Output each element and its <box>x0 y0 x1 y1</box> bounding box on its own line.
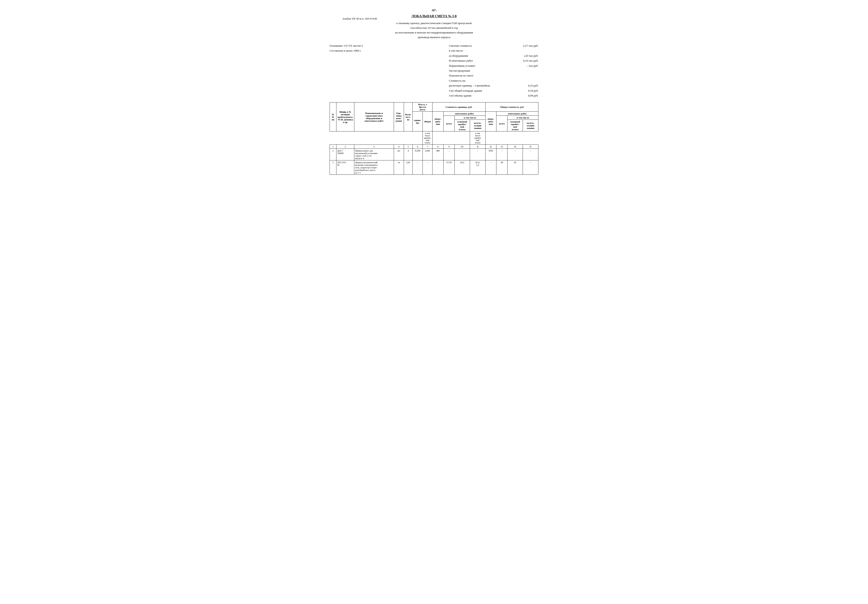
col-mash-total-header: эксплу-атациимашин <box>523 120 538 132</box>
col-qty-header: Коли-чест-во <box>404 102 412 132</box>
col-cost-equip-header: обору-дова-ния <box>432 112 443 132</box>
main-table: №№пп Шифр и №позицийпрейскуранта,УСН, це… <box>330 102 538 175</box>
col-mass-unit-header: едини-цы <box>413 112 423 132</box>
row1-total-mount: – <box>496 149 507 160</box>
row2-name: Привод механический,включая электродвига… <box>354 160 394 175</box>
album-label: Альбом VII ЧI т.п. 503-9-9.85 <box>343 17 377 20</box>
per-m3-value: 0,09 руб. <box>528 93 538 98</box>
col-zarab-total-header: основнойзаработ-нойплаты <box>507 120 523 132</box>
per-m2-label: I м2 общей площади здания <box>449 88 524 93</box>
col-mass-header: Масса, тбруттонетто <box>413 102 432 112</box>
col-n-6: 6 <box>413 145 423 149</box>
col-mash-header: эксплу-атациимашин <box>470 120 485 132</box>
col-n-7: 7 <box>423 145 432 149</box>
col-unit-cost-header: Стоимость единицы, руб. <box>432 102 485 112</box>
mount-label: б) монтажных работ <box>449 58 519 63</box>
row1-cost-mash: – <box>470 149 485 160</box>
row2-cost-equip: – <box>432 160 443 175</box>
col-n-5: 5 <box>404 145 412 149</box>
per-car-label: расчетную единицу – I автомобиль <box>449 83 524 88</box>
cost-label: Сметная стоимость <box>449 43 519 48</box>
col-total-mount-incl-header: в том числе <box>507 116 538 120</box>
indicators-label: Показатели по смете <box>449 73 534 78</box>
col-n-4: 4 <box>394 145 404 149</box>
col-mass-total-header: общая <box>423 112 432 132</box>
subtitle-4: производственного корпуса <box>330 36 538 39</box>
equip-label: а) оборудования <box>449 53 520 58</box>
col-n-15: I5 <box>523 145 538 149</box>
row1-code: Доп.729I00I <box>336 149 354 160</box>
row2-cost-zarab: 43,5 <box>454 160 470 175</box>
row2-total-mash: – <box>523 160 538 175</box>
row2-total-mount: 60 <box>496 160 507 175</box>
row2-num: 2 <box>330 160 336 175</box>
table-row-2: 2 П25-555-0I Привод механический,включая… <box>330 160 538 175</box>
row2-mass-total: – <box>423 160 432 175</box>
including-label: в том числе: <box>449 48 534 53</box>
col-total-mount-header: монтажных работ <box>496 112 538 116</box>
col-name-header: Наименование ихарактеристикаоборудования… <box>354 102 394 132</box>
col-n-1: I <box>330 145 336 149</box>
col-total-equip-header: обору-дова-ния <box>485 112 496 132</box>
equip-value: 2,II тыс.руб. <box>524 53 538 58</box>
mount-value: 0,16 тыс.руб. <box>523 58 538 63</box>
per-m3-label: I м3 объема здания <box>449 93 524 98</box>
col-cost-mount-header: монтажных работ <box>443 112 485 116</box>
col-n-3: 3 <box>354 145 394 149</box>
per-car-value: 0,23 руб. <box>528 83 538 88</box>
col-n-12: I2 <box>485 145 496 149</box>
normative-value: – тыс.руб. <box>527 63 538 73</box>
info-right: Сметная стоимость2,27 тыс.руб. в том чис… <box>449 43 538 98</box>
col-zarab-header: основнойзаработ-нойплаты <box>454 120 470 132</box>
header-row-1: №№пп Шифр и №позицийпрейскуранта,УСН, це… <box>330 102 538 112</box>
row2-unit: тн <box>394 160 404 175</box>
col-n-2: 2 <box>336 145 354 149</box>
col-n-13: I3 <box>496 145 507 149</box>
row1-cost-zarab: – <box>454 149 470 160</box>
subtitle-1: к типовому проекту диагностической станц… <box>330 22 538 25</box>
compiled-text: Составлена в ценах 1984 г. <box>330 48 363 53</box>
col-n-8: 8 <box>432 145 443 149</box>
col-n-14: I4 <box>507 145 523 149</box>
mash-sub-label-right: в томчислезаработнойплаты <box>470 132 485 145</box>
row2-total-zarab: 45 <box>507 160 523 175</box>
row1-name: Привод ворот длявнутренней установкисери… <box>354 149 394 160</box>
col-n-9: 9 <box>443 145 454 149</box>
normative-label: Нормативная условно-чистая продукция <box>449 63 522 73</box>
col-n-11: II <box>470 145 485 149</box>
row2-total-equip: – <box>485 160 496 175</box>
subtitle-3: на изготовление и монтаж нестандартизиро… <box>330 31 538 34</box>
row1-total-mash: – <box>523 149 538 160</box>
row2-cost-mash: IO,25,2 <box>470 160 485 175</box>
row1-mass-unit: 0,260 <box>413 149 423 160</box>
row1-qty: 4 <box>404 149 412 160</box>
page-number: -67- <box>330 9 538 12</box>
col-num-header: №№пп <box>330 102 336 132</box>
col-n-10: IO <box>454 145 470 149</box>
row2-code: П25-555-0I <box>336 160 354 175</box>
mash-sub-label-left: в томчислезаработ-нойплаты <box>423 132 432 145</box>
row2-qty: I,04 <box>404 160 412 175</box>
col-cost-mount-incl-header: в том числе <box>454 116 485 120</box>
row1-cost-equip: 480 <box>432 149 443 160</box>
col-numbers-row: I 2 3 4 5 6 7 8 9 IO II I2 I3 I4 I5 <box>330 145 538 149</box>
info-left: Основание: СО ТХ листов 5 Составлена в ц… <box>330 43 363 98</box>
row1-num: I <box>330 149 336 160</box>
row1-cost-mount-total: – <box>443 149 454 160</box>
row1-unit: шт <box>394 149 404 160</box>
table-row-1: I Доп.729I00I Привод ворот длявнутренней… <box>330 149 538 160</box>
cost-value: 2,27 тыс.руб. <box>523 43 538 48</box>
col-code-header: Шифр и №позицийпрейскуранта,УСН, ценника… <box>336 102 354 132</box>
row2-cost-mount-total: 57,50 <box>443 160 454 175</box>
per-m2-value: 0,54 руб. <box>528 88 538 93</box>
info-section: Основание: СО ТХ листов 5 Составлена в ц… <box>330 43 538 98</box>
row1-mass-total: I,040 <box>423 149 432 160</box>
row1-total-zarab: – <box>507 149 523 160</box>
subtitle-2: способностью 10 тыс.автомобилей в год <box>330 26 538 29</box>
header-row-zarab-sub: в томчислезаработ-нойплаты в томчислезар… <box>330 132 538 145</box>
basis-text: Основание: СО ТХ листов 5 <box>330 43 363 48</box>
col-cost-mount-total-header: всего <box>443 116 454 132</box>
col-total-cost-header: Общая стоимость, руб <box>485 102 538 112</box>
col-total-mount-total-header: всего <box>496 116 507 132</box>
row1-total-equip: I920 <box>485 149 496 160</box>
